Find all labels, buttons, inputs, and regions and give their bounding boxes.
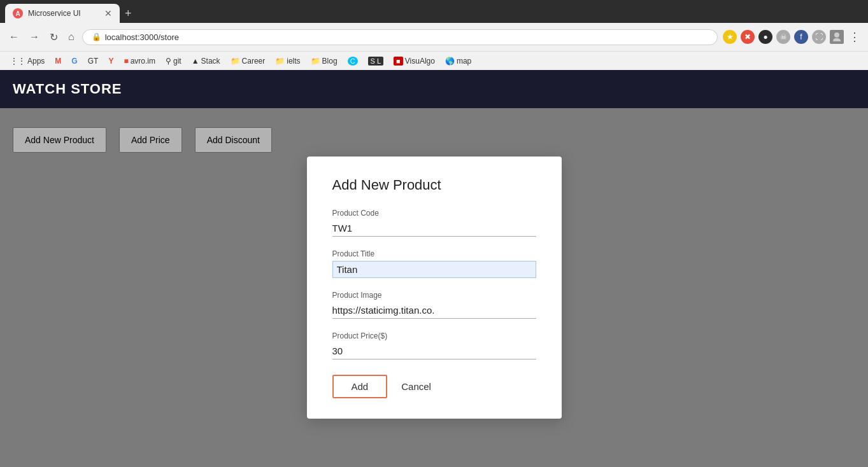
bookmark-map[interactable]: 🌎 map	[441, 55, 475, 67]
product-code-group: Product Code	[332, 209, 536, 237]
bookmark-apps[interactable]: ⋮⋮ Apps	[6, 55, 48, 67]
back-button[interactable]: ←	[6, 29, 22, 45]
bookmark-gt[interactable]: GT	[84, 55, 103, 67]
profile-icon[interactable]: ●	[758, 30, 772, 44]
user-avatar[interactable]	[830, 30, 844, 44]
bookmark-git[interactable]: ⚲ git	[162, 55, 185, 67]
bookmark-stack[interactable]: ▲ Stack	[188, 55, 224, 67]
facebook-icon[interactable]: f	[794, 30, 808, 44]
apps-icon: ⋮⋮	[10, 57, 25, 66]
bookmark-c[interactable]: C	[344, 55, 362, 67]
bookmark-youtube[interactable]: Y	[104, 55, 117, 67]
new-tab-button[interactable]: +	[120, 7, 137, 20]
bookmark-ielts[interactable]: 📁 ielts	[271, 55, 304, 67]
modal-overlay: Add New Product Product Code Product Tit…	[0, 108, 868, 467]
modal-add-button[interactable]: Add	[332, 375, 388, 398]
menu-button[interactable]: ⋮	[848, 30, 862, 44]
home-button[interactable]: ⌂	[66, 29, 77, 45]
gmail-icon: M	[55, 57, 61, 66]
product-price-field[interactable]	[332, 343, 536, 359]
product-title-group: Product Title	[332, 249, 536, 278]
lock-icon: 🔒	[92, 32, 101, 41]
modal-actions: Add Cancel	[332, 375, 536, 398]
refresh-button[interactable]: ↻	[47, 29, 60, 46]
app-title: WATCH STORE	[13, 81, 122, 97]
address-bar[interactable]: 🔒 localhost:3000/store	[82, 29, 718, 45]
folder-ielts-icon: 📁	[275, 57, 285, 66]
star-icon[interactable]: ★	[723, 30, 737, 44]
shield-icon[interactable]: ☠	[776, 30, 790, 44]
bookmark-avro[interactable]: ■ avro.im	[120, 55, 159, 67]
active-tab[interactable]: A Microservice UI ✕	[5, 4, 120, 23]
bookmark-blog[interactable]: 📁 Blog	[307, 55, 341, 67]
page-content: Add New Product Add Price Add Discount A…	[0, 108, 868, 467]
git-icon: ⚲	[166, 57, 171, 66]
visalgo-icon: ■	[394, 57, 403, 66]
tab-favicon: A	[13, 8, 23, 18]
product-image-label: Product Image	[332, 291, 536, 300]
product-image-group: Product Image	[332, 291, 536, 319]
google-icon: G	[71, 57, 77, 66]
tab-bar: A Microservice UI ✕ +	[0, 0, 868, 23]
svg-point-0	[834, 32, 839, 38]
product-title-field[interactable]	[332, 261, 536, 278]
modal-cancel-button[interactable]: Cancel	[395, 375, 438, 398]
product-price-label: Product Price($)	[332, 331, 536, 340]
tab-close-button[interactable]: ✕	[104, 8, 112, 18]
product-code-label: Product Code	[332, 209, 536, 218]
bookmark-l[interactable]: S L	[364, 55, 388, 67]
nav-icons: ★ ✖ ● ☠ f ⛶ ⋮	[723, 30, 862, 44]
product-title-label: Product Title	[332, 249, 536, 258]
extensions-icon[interactable]: ✖	[741, 30, 755, 44]
avro-icon: ■	[124, 57, 128, 66]
c-icon: C	[348, 57, 358, 66]
add-product-modal: Add New Product Product Code Product Tit…	[307, 157, 562, 419]
map-icon: 🌎	[445, 57, 455, 66]
product-code-field[interactable]	[332, 220, 536, 237]
product-image-field[interactable]	[332, 302, 536, 319]
img-icon[interactable]: ⛶	[812, 30, 826, 44]
bookmark-career[interactable]: 📁 Career	[227, 55, 269, 67]
bookmark-visalgo[interactable]: ■ VisuAlgo	[390, 55, 439, 67]
bookmarks-bar: ⋮⋮ Apps M G GT Y ■ avro.im ⚲ git ▲ Stack…	[0, 51, 868, 70]
modal-title: Add New Product	[332, 177, 536, 193]
folder-career-icon: 📁	[231, 57, 240, 66]
stack-icon: ▲	[192, 57, 199, 66]
l-icon: S L	[368, 57, 384, 66]
nav-bar: ← → ↻ ⌂ 🔒 localhost:3000/store ★ ✖ ● ☠ f…	[0, 23, 868, 51]
tab-title: Microservice UI	[28, 9, 81, 18]
youtube-icon: Y	[108, 57, 113, 66]
url-display: localhost:3000/store	[105, 32, 179, 42]
browser-chrome: A Microservice UI ✕ + ← → ↻ ⌂ 🔒 localhos…	[0, 0, 868, 70]
bookmark-google[interactable]: G	[68, 55, 81, 67]
bookmark-gmail[interactable]: M	[51, 55, 65, 67]
folder-blog-icon: 📁	[311, 57, 320, 66]
forward-button[interactable]: →	[27, 29, 42, 45]
product-price-group: Product Price($)	[332, 331, 536, 359]
app-header: WATCH STORE	[0, 70, 868, 108]
